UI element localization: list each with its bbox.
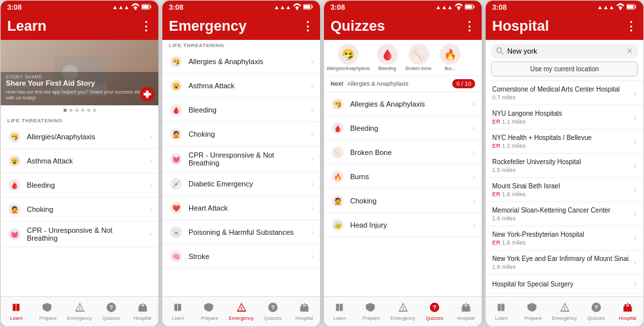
nav-item-emergency[interactable]: Emergency: [225, 297, 257, 326]
list-item[interactable]: 💓CPR - Unresponsive & Not Breathing›: [1, 222, 158, 247]
list-item[interactable]: 🤧Allergies/Anaphylaxis›: [1, 125, 158, 149]
list-item-text: Heart Attack: [188, 204, 306, 212]
hospital-list-item[interactable]: NYC Health + Hospitals / BellevueER 1.2 …: [486, 129, 643, 154]
nav-item-hospital[interactable]: Hospital: [450, 297, 482, 326]
svg-text:?: ?: [433, 303, 437, 311]
nav-item-learn[interactable]: Learn: [162, 297, 194, 326]
list-item[interactable]: 🦴Broken Bone›: [324, 141, 482, 165]
list-item[interactable]: 🙅Choking›: [1, 198, 158, 222]
carousel-dot-5[interactable]: [93, 109, 96, 112]
nav-item-emergency[interactable]: Emergency: [387, 297, 418, 326]
svg-text:❤️: ❤️: [172, 204, 181, 213]
list-item-text: Stroke: [188, 252, 306, 260]
carousel-dot-1[interactable]: [69, 109, 73, 112]
list-item[interactable]: ☠️Poisoning & Harmful Substances›: [162, 220, 320, 245]
list-item-icon: 🩸: [331, 121, 345, 135]
nav-item-hospital[interactable]: Hospital: [127, 297, 158, 326]
use-location-button[interactable]: Use my current location: [491, 61, 638, 77]
nav-item-hospital[interactable]: Hospital: [289, 297, 320, 326]
list-item[interactable]: 🤧Allergies & Anaphylaxis›: [162, 50, 320, 74]
nav-item-learn[interactable]: Learn: [1, 297, 32, 326]
hospital-list-item[interactable]: Rockefeller University Hospital1.5 miles…: [486, 154, 643, 178]
carousel-dot-4[interactable]: [87, 109, 90, 112]
quiz-cat-icon: 🩸: [377, 44, 398, 65]
list-item-chevron: ›: [311, 203, 313, 213]
hospital-list-item[interactable]: New York-Presbyterian HospitalER 1.6 mil…: [486, 226, 643, 250]
more-menu-icon[interactable]: ⋮: [302, 19, 313, 33]
status-icons: ▲▲▲: [112, 3, 152, 11]
list-item[interactable]: 🩸Bleeding›: [162, 98, 320, 122]
list-item-chevron: ›: [149, 181, 152, 190]
svg-text:🧠: 🧠: [172, 252, 181, 261]
carousel-dot-0[interactable]: [63, 109, 67, 112]
hospital-name: Memorial Sloan-Kettering Cancer Center: [492, 206, 611, 215]
quiz-cat-icon: 🔥: [440, 44, 461, 65]
nav-item-prepare[interactable]: Prepare: [355, 297, 387, 326]
quiz-category-item[interactable]: 🤧 Allergies/Anaphylaxis: [327, 44, 370, 71]
more-menu-icon[interactable]: ⋮: [463, 19, 475, 33]
nav-item-prepare[interactable]: Prepare: [194, 297, 225, 326]
svg-text:☠️: ☠️: [172, 228, 181, 237]
status-time: 3:08: [331, 3, 345, 11]
nav-item-emergency[interactable]: Emergency: [548, 297, 580, 326]
nav-label-emergency: Emergency: [229, 315, 254, 321]
nav-item-prepare[interactable]: Prepare: [517, 297, 548, 326]
list-item[interactable]: ❤️Heart Attack›: [162, 196, 320, 220]
quiz-category-item[interactable]: 🔥 Bur...: [436, 44, 465, 71]
hospital-list-item[interactable]: New York Eye and Ear Infirmary of Mount …: [486, 250, 643, 275]
nav-label-hospital: Hospital: [618, 315, 636, 321]
svg-text:🤧: 🤧: [334, 100, 342, 109]
more-menu-icon[interactable]: ⋮: [625, 19, 637, 33]
nav-label-hospital: Hospital: [134, 315, 151, 321]
nav-item-quizzes[interactable]: ?Quizzes: [419, 297, 450, 326]
list-item[interactable]: 😮Asthma Attack›: [1, 149, 158, 173]
nav-item-learn[interactable]: Learn: [324, 297, 355, 326]
hospital-distance: 1.6 miles: [492, 264, 628, 270]
list-item-icon: 🔥: [331, 169, 345, 184]
hospital-list-item[interactable]: Cornerstone of Medical Arts Center Hospi…: [486, 81, 643, 105]
search-box: ✕: [491, 44, 638, 58]
phone-quizzes: 3:08 ▲▲▲ Quizzes⋮ 🤧 Allergies/Anaphylaxi…: [323, 0, 482, 327]
hospital-list-item[interactable]: Memorial Sloan-Kettering Cancer Center1.…: [486, 202, 643, 226]
list-item[interactable]: 🤕Head Injury›: [324, 213, 482, 237]
nav-item-hospital[interactable]: Hospital: [612, 297, 643, 326]
nav-item-prepare[interactable]: Prepare: [32, 297, 63, 326]
quiz-category-item[interactable]: 🩸 Bleeding: [373, 44, 402, 71]
list-item-text: Broken Bone: [350, 148, 467, 156]
hospital-distance: 0.7 miles: [492, 94, 620, 101]
signal-icon: ▲▲▲: [435, 4, 453, 10]
section-label: LIFE THREATENING: [162, 40, 320, 50]
list-item-chevron: ›: [473, 172, 475, 181]
list-item[interactable]: 🩸Bleeding›: [1, 173, 158, 198]
nav-item-learn[interactable]: Learn: [486, 297, 517, 326]
hospital-list-item[interactable]: NYU Langone HospitalsER 1.1 miles›: [486, 105, 643, 129]
content-area: 🤧 Allergies/Anaphylaxis 🩸 Bleeding 🦴 Bro…: [324, 40, 482, 296]
nav-item-quizzes[interactable]: ?Quizzes: [257, 297, 289, 326]
list-item[interactable]: 🙅Choking›: [162, 122, 320, 146]
nav-item-quizzes[interactable]: ?Quizzes: [96, 297, 127, 326]
carousel-dot-3[interactable]: [81, 109, 84, 112]
list-item[interactable]: 🔥Burns›: [324, 165, 482, 189]
list-item[interactable]: 💉Diabetic Emergency›: [162, 172, 320, 196]
list-item[interactable]: 😮Asthma Attack›: [162, 74, 320, 98]
svg-text:🙅: 🙅: [334, 197, 342, 205]
more-menu-icon[interactable]: ⋮: [140, 19, 152, 33]
search-clear-button[interactable]: ✕: [626, 46, 633, 56]
status-icons: ▲▲▲: [274, 3, 313, 11]
list-item[interactable]: 🩸Bleeding›: [324, 116, 482, 141]
list-item-icon: 🤧: [7, 129, 22, 144]
hospital-list-item[interactable]: Hospital for Special Surgery›: [486, 275, 643, 294]
list-item[interactable]: 💓CPR - Unresponsive & Not Breathing›: [162, 146, 320, 172]
list-item[interactable]: 🤧Allergies & Anaphylaxis›: [324, 92, 482, 116]
list-item[interactable]: 🧠Stroke›: [162, 245, 320, 269]
nav-label-emergency: Emergency: [67, 315, 92, 321]
list-item[interactable]: 🙅Choking›: [324, 189, 482, 213]
carousel-dot-2[interactable]: [75, 109, 79, 112]
nav-item-quizzes[interactable]: ?Quizzes: [581, 297, 612, 326]
nav-item-emergency[interactable]: Emergency: [63, 297, 95, 326]
hospital-list-item[interactable]: Mount Sinai Beth IsraelER 1.6 miles›: [486, 178, 643, 202]
quiz-category-item[interactable]: 🦴 Broken bone: [404, 44, 433, 71]
hospital-chevron: ›: [634, 88, 637, 98]
search-input[interactable]: [507, 47, 623, 55]
quiz-cat-icon: 🤧: [338, 44, 359, 65]
